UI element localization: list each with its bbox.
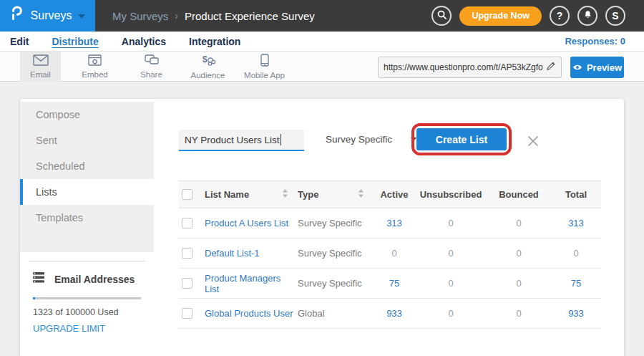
channel-mobile-app-label: Mobile App	[244, 71, 285, 80]
row-checkbox[interactable]	[182, 218, 192, 228]
email-usage-text: 1323 of 100000 Used	[33, 307, 141, 317]
search-button[interactable]	[431, 6, 452, 26]
channel-mobile-app[interactable]: Mobile App	[236, 52, 293, 82]
sidebar-item-compose[interactable]: Compose	[20, 102, 154, 128]
brand-label: Surveys	[31, 9, 72, 22]
row-checkbox[interactable]	[182, 248, 192, 259]
total-count[interactable]: 933	[551, 299, 601, 329]
mobile-app-icon	[260, 54, 269, 69]
svg-text:$: $	[203, 54, 208, 64]
active-count: 0	[374, 239, 415, 269]
avatar[interactable]: S	[605, 6, 625, 26]
header-actions: Upgrade Now ? S	[431, 6, 625, 26]
column-header-list-name: List Name	[205, 189, 249, 200]
upgrade-now-button[interactable]: Upgrade Now	[459, 6, 542, 26]
column-header-type: Type	[298, 189, 318, 200]
total-count[interactable]: 75	[551, 269, 601, 299]
list-type-select[interactable]: Survey Specific	[326, 134, 416, 145]
email-usage-progress-fill	[33, 297, 35, 299]
active-count[interactable]: 313	[374, 208, 415, 239]
breadcrumb: My Surveys › Product Experience Survey	[112, 10, 315, 22]
list-bars-icon	[33, 272, 45, 286]
question-mark-icon: ?	[557, 10, 563, 21]
sidebar-item-templates[interactable]: Templates	[20, 205, 154, 231]
sort-icon[interactable]	[283, 189, 288, 200]
audience-icon: $	[200, 54, 216, 69]
lists-content: NY Product Users List Survey Specific Cr…	[154, 99, 624, 356]
total-count: 0	[551, 239, 601, 269]
bounced-count: 0	[487, 269, 551, 299]
select-all-checkbox[interactable]	[182, 189, 192, 200]
preview-button[interactable]: Preview	[570, 57, 624, 78]
list-name-input[interactable]: NY Product Users List	[179, 130, 304, 151]
unsubscribed-count: 0	[415, 239, 487, 269]
breadcrumb-separator: ›	[175, 10, 178, 21]
channel-share[interactable]: Share	[123, 52, 180, 82]
sidebar-item-sent[interactable]: Sent	[20, 128, 154, 153]
email-sidebar: Compose Sent Scheduled Lists Templates E…	[20, 102, 154, 334]
table-row: Product A Users List Survey Specific 313…	[179, 208, 601, 239]
questionpro-logo-icon	[10, 6, 24, 26]
brand-menu[interactable]: Surveys	[0, 0, 95, 32]
tab-distribute[interactable]: Distribute	[52, 36, 98, 47]
email-lists-table: List Name Type Active Unsubscribed Bounc…	[179, 181, 601, 329]
help-button[interactable]: ?	[550, 6, 570, 26]
breadcrumb-my-surveys[interactable]: My Surveys	[112, 10, 168, 22]
list-type-selected-value: Survey Specific	[326, 134, 392, 145]
create-list-button[interactable]: Create List	[416, 128, 507, 150]
channel-embed[interactable]: Embed	[67, 52, 123, 82]
list-name-link[interactable]: Product Managers List	[205, 269, 298, 299]
list-name-input-value: NY Product Users List	[185, 135, 280, 145]
embed-icon	[88, 54, 102, 69]
preview-label: Preview	[587, 62, 622, 73]
breadcrumb-current-survey: Product Experience Survey	[185, 10, 315, 22]
sort-icon[interactable]	[358, 189, 364, 200]
sidebar-item-lists[interactable]: Lists	[20, 179, 154, 205]
column-header-unsubscribed: Unsubscribed	[415, 181, 487, 208]
table-row: Default List-1 Survey Specific 0 0 0 0	[179, 239, 601, 269]
list-name-link[interactable]: Default List-1	[205, 239, 298, 269]
table-row: Global Products User Global 933 0 0 933	[179, 299, 601, 329]
unsubscribed-count: 0	[415, 208, 487, 239]
survey-nav: Edit Distribute Analytics Integration Re…	[0, 32, 644, 52]
responses-count[interactable]: Responses: 0	[565, 36, 625, 47]
column-header-bounced: Bounced	[487, 181, 551, 208]
notifications-button[interactable]	[577, 6, 597, 26]
distribute-toolbar: Email Embed Share $ Audience Mobile App	[0, 52, 644, 82]
unsubscribed-count: 0	[415, 299, 487, 329]
channel-email[interactable]: Email	[20, 52, 61, 82]
channel-share-label: Share	[140, 70, 162, 79]
app-header: Surveys My Surveys › Product Experience …	[0, 0, 644, 32]
row-checkbox[interactable]	[182, 308, 192, 319]
bounced-count: 0	[487, 299, 551, 329]
tab-analytics[interactable]: Analytics	[122, 36, 166, 47]
list-name-link[interactable]: Global Products User	[205, 299, 298, 329]
share-icon	[145, 54, 159, 69]
active-count[interactable]: 933	[374, 299, 415, 329]
channel-email-label: Email	[30, 70, 51, 79]
channel-audience[interactable]: $ Audience	[180, 52, 236, 82]
bounced-count: 0	[487, 208, 551, 239]
list-type-cell: Survey Specific	[298, 208, 374, 239]
column-header-active: Active	[374, 181, 415, 208]
total-count[interactable]: 313	[551, 208, 601, 239]
upgrade-limit-link[interactable]: UPGRADE LIMIT	[33, 323, 141, 334]
list-type-cell: Survey Specific	[298, 239, 374, 269]
list-name-link[interactable]: Product A Users List	[205, 208, 298, 239]
sidebar-item-scheduled[interactable]: Scheduled	[20, 153, 154, 179]
row-checkbox[interactable]	[182, 278, 192, 289]
text-cursor	[280, 134, 281, 145]
email-addresses-title: Email Addresses	[54, 274, 135, 285]
survey-url-field[interactable]: https://www.questionpro.com/t/AP53kZgfo	[378, 57, 562, 78]
avatar-initial: S	[612, 10, 618, 21]
active-count[interactable]: 75	[374, 269, 415, 299]
close-create-row-button[interactable]	[527, 135, 540, 150]
channel-embed-label: Embed	[82, 70, 107, 79]
sidebar-filler	[20, 231, 154, 252]
eye-icon	[572, 62, 582, 73]
edit-url-pencil-icon[interactable]	[546, 61, 556, 74]
tab-edit[interactable]: Edit	[10, 36, 29, 47]
channel-audience-label: Audience	[191, 71, 225, 80]
list-type-cell: Global	[298, 299, 374, 329]
tab-integration[interactable]: Integration	[189, 36, 240, 47]
